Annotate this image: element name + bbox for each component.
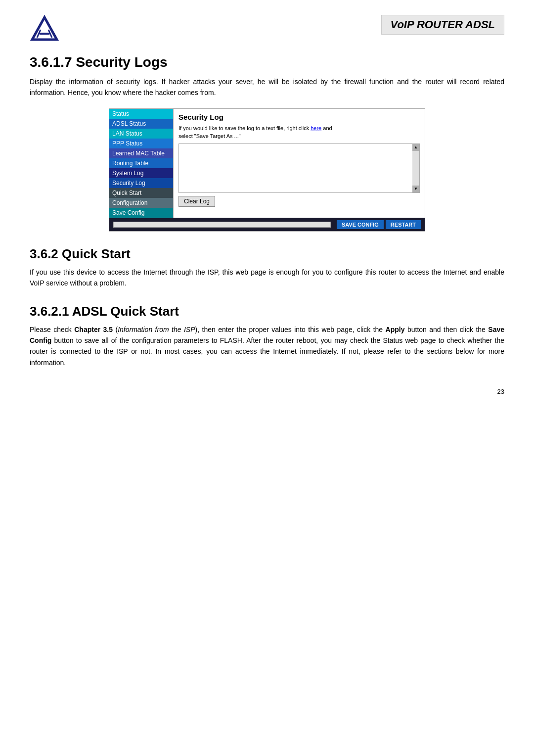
section-body-security-logs: Display the information of security logs…	[30, 76, 504, 98]
sidebar-item-routing-table[interactable]: Routing Table	[109, 158, 173, 168]
clear-log-button[interactable]: Clear Log	[178, 196, 215, 207]
scroll-up-arrow[interactable]: ▲	[412, 144, 419, 151]
logo-icon	[30, 15, 59, 45]
router-ui-frame: Status ADSL Status LAN Status PPP Status…	[109, 108, 425, 232]
main-content-area: Security Log If you would like to save t…	[174, 109, 425, 218]
info-text-part3: select "Save Target As ..."	[178, 133, 241, 139]
sidebar-item-security-log[interactable]: Security Log	[109, 178, 173, 188]
restart-button[interactable]: RESTART	[386, 220, 421, 229]
sidebar-item-configuration[interactable]: Configuration	[109, 198, 173, 208]
chapter-ref-italic: Information from the ISP	[118, 326, 195, 333]
sidebar-item-quick-start[interactable]: Quick Start	[109, 188, 173, 198]
sidebar-item-adsl-status[interactable]: ADSL Status	[109, 119, 173, 129]
page-number: 23	[30, 388, 504, 395]
chapter-ref: Chapter 3.5	[74, 326, 113, 333]
section-title-security-logs: 3.6.1.7 Security Logs	[30, 54, 504, 70]
info-text-part1: If you would like to save the log to a t…	[178, 125, 311, 131]
apply-ref: Apply	[386, 326, 405, 333]
sidebar-item-lan-status[interactable]: LAN Status	[109, 129, 173, 139]
info-text-part2: and	[321, 125, 332, 131]
page-header: VoIP ROUTER ADSL	[30, 15, 504, 45]
sidebar: Status ADSL Status LAN Status PPP Status…	[109, 109, 174, 218]
section-title-quick-start: 3.6.2 Quick Start	[30, 246, 504, 262]
sidebar-item-status[interactable]: Status	[109, 109, 173, 119]
here-link[interactable]: here	[311, 125, 321, 131]
sidebar-item-learned-mac-table[interactable]: Learned MAC Table	[109, 148, 173, 158]
log-area[interactable]: ▲ ▼	[178, 143, 420, 193]
save-config-button[interactable]: SAVE CONFIG	[337, 220, 384, 229]
bottom-scrollbar[interactable]	[113, 222, 331, 228]
router-ui-inner: Status ADSL Status LAN Status PPP Status…	[109, 109, 425, 218]
log-scrollbar[interactable]: ▲ ▼	[412, 144, 419, 192]
section-body-quick-start: If you use this device to access the Int…	[30, 267, 504, 289]
svg-marker-0	[32, 17, 57, 40]
info-text: If you would like to save the log to a t…	[178, 124, 420, 141]
brand-title: VoIP ROUTER ADSL	[381, 15, 504, 35]
sidebar-item-ppp-status[interactable]: PPP Status	[109, 139, 173, 148]
scroll-down-arrow[interactable]: ▼	[412, 186, 419, 192]
section-body-adsl-quick-start: Please check Chapter 3.5 (Information fr…	[30, 324, 504, 369]
bottom-bar: SAVE CONFIG RESTART	[109, 218, 425, 231]
sidebar-item-system-log[interactable]: System Log	[109, 168, 173, 178]
section-title-adsl-quick-start: 3.6.2.1 ADSL Quick Start	[30, 304, 504, 319]
content-title: Security Log	[178, 113, 420, 121]
sidebar-item-save-config[interactable]: Save Config	[109, 208, 173, 218]
